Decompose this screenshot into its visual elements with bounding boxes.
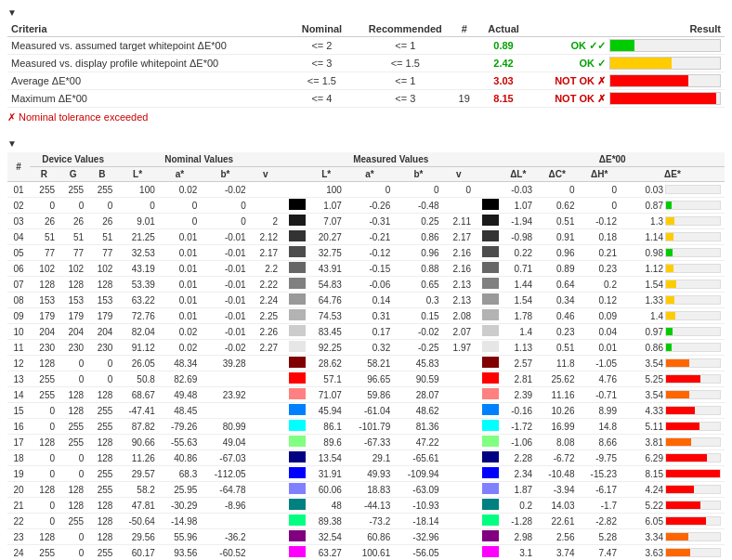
row-nv: 2.2 [250,261,281,277]
measured-swatch [475,308,501,324]
row-na: 0.01 [159,261,201,277]
nominal-cell: <= 4 [282,90,361,108]
row-G: 153 [59,293,87,308]
row-nL: 100 [116,182,158,198]
nominal-swatch [281,403,307,419]
row-R: 51 [30,229,59,245]
row-B: 128 [87,277,116,293]
row-mv [443,466,475,482]
measured-swatch [475,245,501,261]
summary-header[interactable]: ▼ [7,4,725,21]
row-na: 25.95 [159,482,201,498]
row-dC: 16.99 [536,419,578,435]
row-dL: 0.2 [501,498,537,514]
row-num: 05 [7,245,30,261]
row-R: 0 [30,198,59,214]
row-num: 01 [7,182,30,198]
row-mb: -65.61 [394,450,442,466]
result-cell: OK ✓✓ [528,37,725,55]
row-dE: 0.98 [621,245,725,261]
row-mL: 74.53 [307,308,346,324]
row-nv [250,466,281,482]
row-B: 255 [87,466,116,482]
row-dH: 0 [579,198,621,214]
row-B: 255 [87,419,116,435]
th-mL: L* [307,167,346,182]
th-device: Device Values [30,152,116,167]
row-dH: 8.66 [579,435,621,450]
row-mb: -10.93 [394,498,442,514]
row-B: 230 [87,340,116,356]
nominal-swatch [281,482,307,498]
col-result: Result [528,21,725,37]
row-nv: 2.12 [250,229,281,245]
row-dE: 0.97 [621,324,725,340]
measured-swatch [475,324,501,340]
row-nb: 0 [201,214,249,229]
row-nL: -47.41 [116,403,158,419]
nominal-swatch [281,450,307,466]
row-ma: -0.21 [346,229,394,245]
row-dL: 2.98 [501,529,537,545]
measured-swatch [475,261,501,277]
row-nv [250,356,281,371]
row-num: 15 [7,403,30,419]
row-na: 82.69 [159,371,201,387]
row-B: 128 [87,529,116,545]
nominal-swatch [281,245,307,261]
row-mv: 2.08 [443,308,475,324]
row-mb: 0.25 [394,214,442,229]
row-R: 102 [30,261,59,277]
row-mv [443,198,475,214]
row-num: 12 [7,356,30,371]
row-nv: 2.25 [250,308,281,324]
nominal-swatch [281,387,307,403]
row-num: 23 [7,529,30,545]
row-dH: -1.7 [579,498,621,514]
row-nv [250,482,281,498]
measured-swatch [475,371,501,387]
criteria-cell: Average ΔE*00 [7,72,282,90]
row-dE: 5.22 [621,498,725,514]
row-R: 0 [30,466,59,482]
nominal-swatch [281,466,307,482]
row-mb: -56.05 [394,545,442,561]
row-R: 255 [30,545,59,561]
row-dH: 0.09 [579,308,621,324]
measured-swatch [475,435,501,450]
row-mb: 0.96 [394,245,442,261]
row-R: 77 [30,245,59,261]
th-measured: Measured Values [307,152,475,167]
row-mv [443,419,475,435]
nominal-swatch [281,340,307,356]
row-R: 255 [30,182,59,198]
summary-table: Criteria Nominal Recommended # Actual Re… [7,21,725,108]
row-dC: 0.62 [536,198,578,214]
row-dL: 1.87 [501,482,537,498]
nominal-swatch [281,261,307,277]
row-B: 255 [87,545,116,561]
row-ma: 59.86 [346,387,394,403]
row-na: 93.56 [159,545,201,561]
row-num: 06 [7,261,30,277]
row-na: 49.48 [159,387,201,403]
row-num: 03 [7,214,30,229]
row-G: 0 [59,198,87,214]
recommended-cell: <= 3 [361,90,450,108]
row-na: 0.01 [159,229,201,245]
result-cell: OK ✓ [528,55,725,72]
recommended-cell: <= 1 [361,72,450,90]
row-dL: 1.54 [501,293,537,308]
th-ma: a* [346,167,394,182]
row-na: -14.98 [159,514,201,529]
row-R: 179 [30,308,59,324]
row-mL: 86.1 [307,419,346,435]
row-G: 0 [59,356,87,371]
row-num: 20 [7,482,30,498]
row-mL: 20.27 [307,229,346,245]
row-dC: 0.23 [536,324,578,340]
row-mv [443,514,475,529]
th-mb: b* [394,167,442,182]
overview-header[interactable]: ▼ [7,135,725,152]
row-dE: 3.81 [621,435,725,450]
